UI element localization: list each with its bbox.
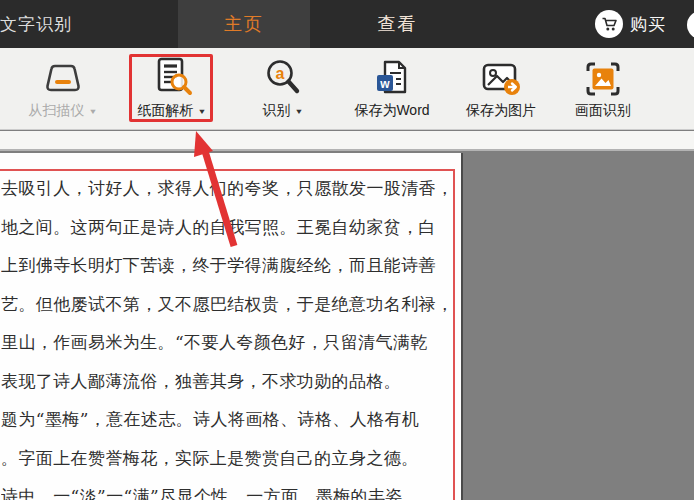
- tab-home-label: 主页: [224, 12, 264, 36]
- shopping-cart-icon: [595, 10, 623, 38]
- screen-recognize-button[interactable]: 画面识别: [558, 52, 648, 126]
- content-area: 去吸引人，讨好人，求得人们的夸奖，只愿散发一股清香， 地之间。这两句正是诗人的自…: [0, 153, 694, 500]
- page-edge-shadow: [461, 153, 463, 500]
- document-detected-region-border: [0, 169, 455, 500]
- app-title: 文字识别: [0, 13, 72, 36]
- from-scanner-label: 从扫描仪: [29, 102, 85, 120]
- recognize-magnifier-icon: a: [263, 52, 303, 98]
- save-as-word-label: 保存为Word: [354, 102, 429, 120]
- save-word-icon: w: [372, 52, 412, 98]
- recognize-letter: a: [276, 65, 285, 82]
- app-window: 文字识别 主页 查看 购买: [0, 0, 694, 500]
- save-image-icon: [479, 52, 523, 98]
- toolbar: 从扫描仪 ▼ 纸面解析 ▼: [0, 48, 694, 130]
- save-as-word-button[interactable]: w 保存为Word: [340, 52, 444, 126]
- save-as-image-label: 保存为图片: [466, 102, 536, 120]
- word-letter: w: [379, 77, 390, 91]
- scanner-icon: [40, 52, 86, 98]
- screen-recognize-icon: [584, 52, 622, 98]
- buy-button[interactable]: 购买: [595, 0, 666, 48]
- title-bar: 文字识别 主页 查看 购买: [0, 0, 694, 48]
- screen-recognize-label: 画面识别: [575, 102, 631, 120]
- document-page[interactable]: 去吸引人，讨好人，求得人们的夸奖，只愿散发一股清香， 地之间。这两句正是诗人的自…: [0, 153, 461, 500]
- chevron-down-icon: ▼: [89, 107, 98, 116]
- tab-home[interactable]: 主页: [178, 0, 310, 48]
- tab-view-label: 查看: [378, 12, 418, 36]
- toolbar-substrip: [0, 131, 694, 151]
- recognize-label: 识别: [263, 102, 291, 120]
- from-scanner-button[interactable]: 从扫描仪 ▼: [22, 52, 104, 126]
- annotation-highlight-box: [129, 54, 213, 122]
- chevron-down-icon: ▼: [295, 107, 304, 116]
- recognize-button[interactable]: a 识别 ▼: [243, 52, 323, 126]
- account-icon[interactable]: [687, 11, 694, 39]
- buy-label: 购买: [630, 13, 666, 36]
- save-as-image-button[interactable]: 保存为图片: [450, 52, 552, 126]
- tab-view[interactable]: 查看: [330, 0, 465, 48]
